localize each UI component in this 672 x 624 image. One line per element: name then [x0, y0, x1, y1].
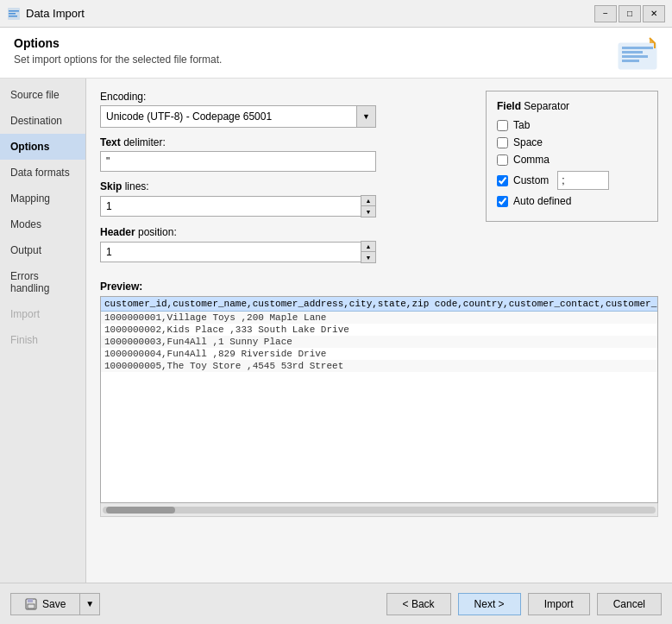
text-delimiter-input[interactable]: [100, 151, 376, 172]
comma-label[interactable]: Comma: [513, 154, 550, 166]
encoding-label: Encoding:: [100, 91, 468, 103]
svg-rect-10: [28, 599, 33, 602]
skip-lines-row: Skip lines: ▲ ▼: [100, 180, 468, 217]
preview-data-row: 1000000001,Village Toys ,200 Maple Lane: [101, 312, 657, 324]
custom-checkbox-row: Custom: [497, 171, 647, 190]
scrollbar-thumb[interactable]: [106, 507, 175, 514]
preview-section: Preview: customer_id,customer_name,custo…: [100, 280, 658, 517]
header-position-label: Header position:: [100, 226, 468, 238]
sidebar-item-destination[interactable]: Destination: [0, 108, 85, 134]
header-position-down[interactable]: ▼: [361, 252, 375, 262]
preview-data-row: 1000000002,Kids Place ,333 South Lake Dr…: [101, 324, 657, 336]
sidebar-item-source-file[interactable]: Source file: [0, 82, 85, 108]
custom-checkbox[interactable]: [497, 175, 508, 186]
save-icon: [25, 598, 37, 610]
preview-label: Preview:: [100, 280, 658, 293]
page-subtitle: Set import options for the selected file…: [14, 54, 222, 66]
content-area: Source file Destination Options Data for…: [0, 79, 672, 583]
close-button[interactable]: ✕: [643, 5, 665, 22]
space-checkbox-row: Space: [497, 136, 647, 148]
save-button[interactable]: Save: [10, 593, 79, 615]
title-bar-left: Data Import: [7, 7, 85, 21]
preview-data-row: 1000000003,Fun4All ,1 Sunny Place: [101, 336, 657, 348]
maximize-button[interactable]: □: [619, 5, 641, 22]
top-section: Encoding: Unicode (UTF-8) - Codepage 650…: [100, 91, 658, 272]
bottom-left: Save ▼: [10, 593, 100, 615]
svg-rect-5: [622, 47, 653, 49]
sidebar-item-options[interactable]: Options: [0, 134, 85, 160]
main-panel: Encoding: Unicode (UTF-8) - Codepage 650…: [86, 79, 672, 583]
window-title: Data Import: [26, 7, 85, 20]
svg-rect-3: [9, 16, 17, 17]
preview-area[interactable]: customer_id,customer_name,customer_addre…: [100, 296, 658, 503]
encoding-select-wrapper: Unicode (UTF-8) - Codepage 65001 Unicode…: [100, 105, 376, 128]
skip-lines-down[interactable]: ▼: [361, 206, 375, 217]
main-container: Options Set import options for the selec…: [0, 28, 672, 624]
page-title: Options: [14, 36, 222, 50]
skip-lines-spinner-buttons: ▲ ▼: [361, 195, 376, 217]
title-bar: Data Import − □ ✕: [0, 0, 672, 28]
bottom-right: < Back Next > Import Cancel: [386, 593, 662, 615]
auto-defined-checkbox[interactable]: [497, 196, 508, 207]
preview-header-row: customer_id,customer_name,customer_addre…: [101, 297, 657, 312]
svg-rect-11: [28, 604, 35, 608]
preview-data-row: 1000000004,Fun4All ,829 Riverside Drive: [101, 348, 657, 360]
svg-rect-2: [9, 13, 16, 15]
comma-checkbox[interactable]: [497, 154, 508, 166]
comma-checkbox-row: Comma: [497, 154, 647, 166]
import-button[interactable]: Import: [528, 593, 590, 615]
svg-rect-6: [622, 51, 643, 54]
next-button[interactable]: Next >: [458, 593, 521, 615]
custom-label[interactable]: Custom: [513, 174, 549, 186]
svg-rect-8: [622, 60, 639, 62]
space-checkbox[interactable]: [497, 137, 508, 148]
header-position-spinner-buttons: ▲ ▼: [361, 241, 376, 263]
back-button[interactable]: < Back: [386, 593, 451, 615]
sidebar: Source file Destination Options Data for…: [0, 79, 86, 583]
auto-defined-checkbox-row: Auto defined: [497, 195, 647, 207]
save-dropdown-button[interactable]: ▼: [79, 593, 100, 615]
header-position-row: Header position: ▲ ▼: [100, 226, 468, 263]
left-column: Encoding: Unicode (UTF-8) - Codepage 650…: [100, 91, 468, 272]
encoding-select[interactable]: Unicode (UTF-8) - Codepage 65001 Unicode…: [101, 108, 356, 125]
title-bar-controls: − □ ✕: [594, 5, 665, 22]
custom-value-input[interactable]: [557, 171, 609, 190]
svg-rect-7: [622, 55, 648, 58]
sidebar-item-modes[interactable]: Modes: [0, 211, 85, 237]
skip-lines-input[interactable]: [100, 196, 361, 217]
tab-checkbox[interactable]: [497, 120, 508, 131]
save-label: Save: [42, 598, 66, 610]
sidebar-item-errors-handling[interactable]: Errors handling: [0, 263, 85, 301]
skip-lines-up[interactable]: ▲: [361, 196, 375, 206]
save-btn-group: Save ▼: [10, 593, 100, 615]
text-delimiter-label: Text delimiter:: [100, 136, 468, 148]
sidebar-item-data-formats[interactable]: Data formats: [0, 160, 85, 186]
cancel-button[interactable]: Cancel: [597, 593, 662, 615]
svg-rect-1: [9, 10, 19, 12]
skip-lines-label: Skip lines:: [100, 180, 468, 192]
sidebar-item-mapping[interactable]: Mapping: [0, 186, 85, 211]
encoding-dropdown-arrow[interactable]: ▼: [356, 106, 375, 127]
field-separator-box: Field Separator Tab Space Comma: [486, 91, 658, 222]
header-position-input[interactable]: [100, 242, 361, 262]
header-position-up[interactable]: ▲: [361, 242, 375, 252]
header-logo: [617, 36, 658, 71]
scrollbar-track: [103, 507, 656, 514]
skip-lines-spinner: ▲ ▼: [100, 195, 376, 217]
sidebar-item-import: Import: [0, 301, 85, 327]
right-column: Field Separator Tab Space Comma: [486, 91, 658, 272]
auto-defined-label[interactable]: Auto defined: [513, 195, 571, 207]
encoding-row: Encoding: Unicode (UTF-8) - Codepage 650…: [100, 91, 468, 128]
header-position-spinner: ▲ ▼: [100, 241, 376, 263]
app-icon: [7, 7, 21, 21]
bottom-bar: Save ▼ < Back Next > Import Cancel: [0, 583, 672, 624]
minimize-button[interactable]: −: [594, 5, 617, 22]
sidebar-item-finish: Finish: [0, 327, 85, 353]
header-area: Options Set import options for the selec…: [0, 28, 672, 79]
sidebar-item-output[interactable]: Output: [0, 237, 85, 263]
header-text: Options Set import options for the selec…: [14, 36, 222, 66]
space-label[interactable]: Space: [513, 136, 543, 148]
preview-data-row: 1000000005,The Toy Store ,4545 53rd Stre…: [101, 360, 657, 372]
tab-label[interactable]: Tab: [513, 119, 530, 131]
preview-scrollbar: [100, 503, 658, 517]
